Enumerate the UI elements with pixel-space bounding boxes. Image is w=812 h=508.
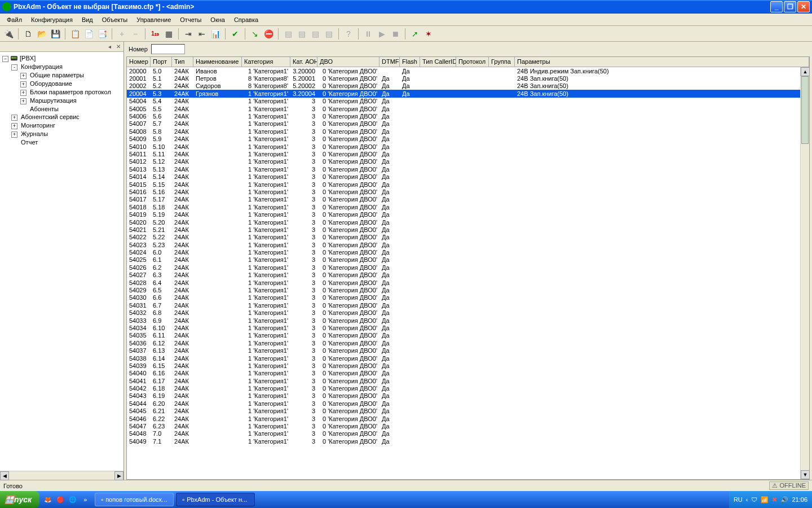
menu-item[interactable]: Файл bbox=[2, 15, 27, 24]
tool-paste-icon[interactable]: 📄 bbox=[82, 28, 95, 40]
column-header[interactable]: Кат. АОН bbox=[290, 57, 317, 67]
column-header[interactable]: Наименование bbox=[193, 57, 242, 67]
start-button[interactable]: 🪟 пуск bbox=[0, 491, 39, 508]
column-header[interactable]: ДВО bbox=[317, 57, 379, 67]
tool-doc4-icon[interactable]: ▤ bbox=[323, 28, 335, 40]
scroll-right-icon[interactable]: ▶ bbox=[114, 471, 123, 480]
tool-import-icon[interactable]: ⇤ bbox=[196, 28, 208, 40]
tool-paste2-icon[interactable]: 📑 bbox=[96, 28, 108, 40]
table-row[interactable]: 540125.1224АК1 'Категория1'30 'Категория… bbox=[127, 158, 809, 165]
table-row[interactable]: 540456.2124АК1 'Категория1'30 'Категория… bbox=[127, 408, 809, 415]
tree[interactable]: −📟 [PBX] - Конфигурация+ Общие параметры… bbox=[0, 52, 123, 471]
close-button[interactable]: ✕ bbox=[797, 1, 810, 12]
menu-item[interactable]: Вид bbox=[77, 15, 98, 24]
table-row[interactable]: 540386.1424АК1 'Категория1'30 'Категория… bbox=[127, 354, 809, 362]
table-row[interactable]: 540306.624АК1 'Категория1'30 'Категория … bbox=[127, 294, 809, 301]
menu-item[interactable]: Окна bbox=[206, 15, 230, 24]
tree-node[interactable]: + Абонентский сервис bbox=[2, 113, 121, 121]
table-row[interactable]: 540145.1424АК1 'Категория1'30 'Категория… bbox=[127, 173, 809, 180]
table-row[interactable]: 540115.1124АК1 'Категория1'30 'Категория… bbox=[127, 150, 809, 157]
table-row[interactable]: 540336.924АК1 'Категория1'30 'Категория … bbox=[127, 317, 809, 324]
tree-node[interactable]: + Общие параметры bbox=[2, 71, 121, 80]
tree-node[interactable]: Абоненты bbox=[2, 105, 121, 113]
scroll-left-icon[interactable]: ◀ bbox=[0, 471, 9, 480]
tool-table-icon[interactable]: ▦ bbox=[162, 28, 175, 40]
tool-doc1-icon[interactable]: ▤ bbox=[282, 28, 294, 40]
tree-node[interactable]: + Маршрутизация bbox=[2, 97, 121, 105]
grid-v-scrollbar[interactable]: ▲ ▼ bbox=[800, 67, 809, 479]
table-row[interactable]: 200025.224АКСидоров8 'Категория8'5.20002… bbox=[127, 82, 809, 90]
table-row[interactable]: 540215.2124АК1 'Категория1'30 'Категория… bbox=[127, 226, 809, 233]
scroll-thumb[interactable] bbox=[801, 76, 809, 144]
column-header[interactable]: Параметры bbox=[515, 57, 809, 67]
tray-clock[interactable]: 21:06 bbox=[792, 496, 807, 503]
table-row[interactable]: 200005.024АКИванов1 'Категория1'3.200000… bbox=[127, 67, 809, 75]
table-row[interactable]: 540225.2224АК1 'Категория1'30 'Категория… bbox=[127, 234, 809, 241]
table-row[interactable]: 540055.524АК1 'Категория1'30 'Категория … bbox=[127, 105, 809, 112]
tree-collapse-icon[interactable]: ◂ bbox=[105, 43, 113, 51]
table-row[interactable]: 540235.2324АК1 'Категория1'30 'Категория… bbox=[127, 241, 809, 248]
column-header[interactable]: Тип CallerID bbox=[420, 57, 456, 67]
tray-volume-icon[interactable]: 🔊 bbox=[780, 496, 788, 503]
table-row[interactable]: 540165.1624АК1 'Категория1'30 'Категория… bbox=[127, 188, 809, 195]
tool-new-icon[interactable]: 🗋 bbox=[22, 28, 34, 40]
tree-node[interactable]: + Мониторинг bbox=[2, 121, 121, 130]
menu-item[interactable]: Конфигурация bbox=[27, 15, 77, 24]
table-row[interactable]: 540256.124АК1 'Категория1'30 'Категория … bbox=[127, 256, 809, 264]
tree-root[interactable]: −📟 [PBX] bbox=[2, 54, 121, 63]
minimize-button[interactable]: _ bbox=[770, 1, 783, 12]
opera-icon[interactable]: 🔴 bbox=[55, 494, 65, 505]
table-row[interactable]: 540326.824АК1 'Категория1'30 'Категория … bbox=[127, 309, 809, 317]
tool-open-icon[interactable]: 📂 bbox=[36, 28, 48, 40]
column-header[interactable]: Flash bbox=[400, 57, 420, 67]
tool-net1-icon[interactable]: ➚ bbox=[409, 28, 421, 40]
tree-node[interactable]: + Оборудование bbox=[2, 80, 121, 88]
table-row[interactable]: 540436.1924АК1 'Категория1'30 'Категория… bbox=[127, 392, 809, 400]
tray-shield-icon[interactable]: 🛡 bbox=[751, 496, 757, 503]
table-row[interactable]: 540497.124АК1 'Категория1'30 'Категория … bbox=[127, 437, 809, 445]
table-row[interactable]: 540075.724АК1 'Категория1'30 'Категория … bbox=[127, 120, 809, 128]
tool-play-icon[interactable]: ▶ bbox=[376, 28, 388, 40]
table-row[interactable]: 200045.324АКГрязнов1 'Категория1'3.20004… bbox=[127, 90, 809, 97]
tree-close-icon[interactable]: ✕ bbox=[114, 43, 122, 51]
table-row[interactable]: 540406.1624АК1 'Категория1'30 'Категория… bbox=[127, 370, 809, 377]
filter-input[interactable] bbox=[151, 44, 185, 54]
menu-item[interactable]: Отчеты bbox=[175, 15, 206, 24]
tray-arrow-icon[interactable]: ‹ bbox=[746, 496, 748, 503]
table-row[interactable]: 540185.1824АК1 'Категория1'30 'Категория… bbox=[127, 203, 809, 211]
column-header[interactable]: Номер bbox=[127, 57, 151, 67]
ie-icon[interactable]: 🌐 bbox=[68, 494, 78, 505]
tool-sort-icon[interactable]: 1₂₃ bbox=[149, 28, 161, 40]
tool-add-icon[interactable]: + bbox=[116, 28, 128, 40]
taskbar-task[interactable]: ▫попов готовый.docx... bbox=[95, 493, 174, 506]
table-row[interactable]: 540446.2024АК1 'Категория1'30 'Категория… bbox=[127, 400, 809, 407]
menu-item[interactable]: Объекты bbox=[98, 15, 132, 24]
menu-item[interactable]: Справка bbox=[230, 15, 263, 24]
table-row[interactable]: 540065.624АК1 'Категория1'30 'Категория … bbox=[127, 112, 809, 120]
table-row[interactable]: 540376.1324АК1 'Категория1'30 'Категория… bbox=[127, 347, 809, 354]
table-row[interactable]: 540276.324АК1 'Категория1'30 'Категория … bbox=[127, 271, 809, 279]
grid-body[interactable]: 200005.024АКИванов1 'Категория1'3.200000… bbox=[127, 67, 809, 445]
tree-node[interactable]: + Журналы bbox=[2, 130, 121, 138]
tool-apply-icon[interactable]: ↘ bbox=[249, 28, 261, 40]
tray-alert-icon[interactable]: ✖ bbox=[772, 496, 777, 503]
scroll-up-icon[interactable]: ▲ bbox=[801, 67, 810, 76]
tool-remove-icon[interactable]: − bbox=[129, 28, 142, 40]
table-row[interactable]: 540356.1124АК1 'Категория1'30 'Категория… bbox=[127, 332, 809, 339]
system-tray[interactable]: RU ‹ 🛡 📶 ✖ 🔊 21:06 bbox=[729, 491, 812, 508]
firefox-icon[interactable]: 🦊 bbox=[43, 494, 53, 505]
table-row[interactable]: 540316.724АК1 'Категория1'30 'Категория … bbox=[127, 301, 809, 309]
table-row[interactable]: 540135.1324АК1 'Категория1'30 'Категория… bbox=[127, 165, 809, 173]
column-header[interactable]: DTMF bbox=[379, 57, 400, 67]
table-row[interactable]: 540426.1824АК1 'Категория1'30 'Категория… bbox=[127, 384, 809, 392]
table-row[interactable]: 540476.2324АК1 'Категория1'30 'Категория… bbox=[127, 422, 809, 430]
column-header[interactable]: Группа bbox=[489, 57, 515, 67]
tool-cancel-icon[interactable]: ⛔ bbox=[262, 28, 275, 40]
tool-doc2-icon[interactable]: ▤ bbox=[295, 28, 308, 40]
column-header[interactable]: Категория bbox=[242, 57, 290, 67]
table-row[interactable]: 540366.1224АК1 'Категория1'30 'Категория… bbox=[127, 339, 809, 347]
tool-copy-icon[interactable]: 📋 bbox=[69, 28, 81, 40]
table-row[interactable]: 200015.124АКПетров8 'Категория8'5.200010… bbox=[127, 75, 809, 82]
tree-node[interactable]: - Конфигурация bbox=[2, 63, 121, 71]
tool-check-icon[interactable]: ✔ bbox=[229, 28, 241, 40]
